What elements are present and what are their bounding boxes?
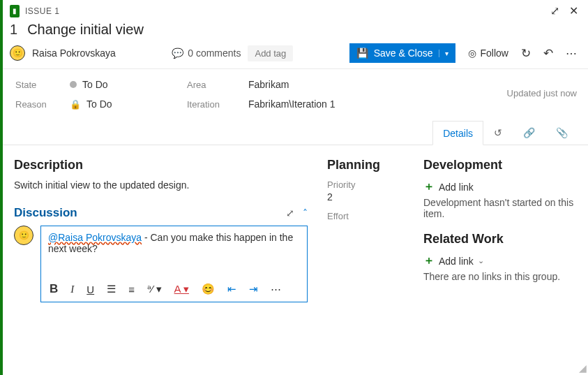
comment-editor[interactable]: @Raisa Pokrovskaya - Can you make this h… <box>40 226 308 302</box>
right-column: Development ＋ Add link Development hasn'… <box>423 155 577 302</box>
follow-button[interactable]: ◎ Follow <box>468 47 508 59</box>
plus-icon: ＋ <box>423 253 435 268</box>
tabs-row: Details ↺ 🔗 📎 <box>0 121 588 145</box>
comments-button[interactable]: 💬 0 comments <box>172 47 241 59</box>
discussion-expand-icon[interactable]: ⤢ <box>286 207 294 219</box>
area-value[interactable]: Fabrikam <box>248 79 388 90</box>
italic-button[interactable]: I <box>70 284 74 295</box>
tab-history[interactable]: ↺ <box>483 121 513 145</box>
indent-button[interactable]: ⇥ <box>249 283 258 295</box>
comment-text[interactable]: @Raisa Pokrovskaya - Can you make this h… <box>41 226 307 277</box>
reason-value[interactable]: 🔒 To Do <box>70 98 174 110</box>
emoji-button[interactable]: 😊 <box>202 283 215 295</box>
add-tag-button[interactable]: Add tag <box>248 45 293 61</box>
related-heading: Related Work <box>423 232 577 247</box>
state-text: To Do <box>82 79 108 90</box>
save-close-button[interactable]: 💾 Save & Close ▾ <box>349 43 455 63</box>
related-add-link[interactable]: ＋ Add link ⌄ <box>423 253 577 268</box>
development-add-link-label: Add link <box>439 182 474 193</box>
clear-format-button[interactable]: ᵃ⁄ ▾ <box>147 283 162 295</box>
title-row: 1 Change initial view <box>0 19 588 43</box>
bullet-list-button[interactable]: ☰ <box>107 283 116 295</box>
development-text: Development hasn't started on this item. <box>423 197 577 219</box>
save-close-label: Save & Close <box>374 47 433 59</box>
planning-heading: Planning <box>327 158 404 172</box>
lock-icon: 🔒 <box>70 99 81 110</box>
state-dot-icon <box>70 81 77 88</box>
development-heading: Development <box>423 158 577 172</box>
follow-label: Follow <box>481 47 508 59</box>
chevron-down-icon: ⌄ <box>478 256 484 265</box>
issue-type-icon: ▮ <box>10 5 20 17</box>
editor-toolbar: B I U ☰ ≡ ᵃ⁄ ▾ A ▾ 😊 ⇤ ⇥ ⋯ <box>41 277 307 302</box>
comments-count: 0 comments <box>188 47 241 59</box>
description-text[interactable]: Switch initial view to the updated desig… <box>14 179 308 191</box>
more-actions-icon[interactable]: ⋯ <box>566 47 578 60</box>
plus-icon: ＋ <box>423 179 435 194</box>
priority-label: Priority <box>327 179 404 190</box>
discussion-collapse-icon[interactable]: ˄ <box>303 207 308 219</box>
left-column: Description Switch initial view to the u… <box>14 155 308 302</box>
priority-value[interactable]: 2 <box>327 191 404 203</box>
state-label: State <box>15 80 57 90</box>
tab-links[interactable]: 🔗 <box>513 121 545 145</box>
comment-avatar: 🙂 <box>14 226 33 245</box>
updated-label: Updated just now <box>507 88 577 98</box>
bold-button[interactable]: B <box>50 282 58 296</box>
comment-icon: 💬 <box>172 47 183 59</box>
header-row: ▮ ISSUE 1 ⤢ ✕ <box>0 0 588 19</box>
planning-column: Planning Priority 2 Effort <box>327 155 404 302</box>
tab-attachments[interactable]: 📎 <box>545 121 578 145</box>
issue-title[interactable]: Change initial view <box>27 22 144 38</box>
discussion-heading: Discussion <box>14 206 77 220</box>
attachment-icon: 📎 <box>556 127 568 138</box>
issue-type-label: ISSUE 1 <box>25 6 550 16</box>
issue-id: 1 <box>10 22 17 38</box>
action-bar: 🙂 Raisa Pokrovskaya 💬 0 comments Add tag… <box>0 43 588 68</box>
accent-bar <box>0 0 3 375</box>
toolbar-more-button[interactable]: ⋯ <box>271 283 281 295</box>
close-icon[interactable]: ✕ <box>569 4 578 17</box>
save-dropdown-icon[interactable]: ▾ <box>439 50 448 57</box>
save-icon: 💾 <box>356 47 368 59</box>
area-label: Area <box>187 80 236 90</box>
expand-icon[interactable]: ⤢ <box>550 4 559 17</box>
text-color-button[interactable]: A ▾ <box>174 283 189 295</box>
description-heading: Description <box>14 158 308 172</box>
state-value[interactable]: To Do <box>70 79 174 90</box>
follow-icon: ◎ <box>468 47 476 59</box>
related-text: There are no links in this group. <box>423 271 577 282</box>
effort-label: Effort <box>327 211 404 221</box>
resize-handle-icon[interactable]: ◢ <box>579 362 587 374</box>
body: Description Switch initial view to the u… <box>0 145 588 309</box>
fields-grid: State To Do Area Fabrikam Reason 🔒 To Do… <box>0 69 588 121</box>
assignee-avatar[interactable]: 🙂 <box>10 45 25 61</box>
history-icon: ↺ <box>494 127 502 138</box>
refresh-icon[interactable]: ↻ <box>521 46 531 61</box>
assignee-name[interactable]: Raisa Pokrovskaya <box>32 47 116 59</box>
numbered-list-button[interactable]: ≡ <box>128 284 135 295</box>
reason-text: To Do <box>86 98 112 110</box>
underline-button[interactable]: U <box>86 284 94 295</box>
mention[interactable]: @Raisa Pokrovskaya <box>48 232 142 243</box>
outdent-button[interactable]: ⇤ <box>227 283 236 295</box>
iteration-value[interactable]: Fabrikam\Iteration 1 <box>248 98 388 110</box>
tab-details[interactable]: Details <box>432 121 483 145</box>
link-icon: 🔗 <box>523 127 535 138</box>
reason-label: Reason <box>15 99 57 110</box>
iteration-label: Iteration <box>187 99 236 110</box>
undo-icon[interactable]: ↶ <box>543 46 553 61</box>
development-add-link[interactable]: ＋ Add link <box>423 179 577 194</box>
related-add-link-label: Add link <box>439 256 474 267</box>
